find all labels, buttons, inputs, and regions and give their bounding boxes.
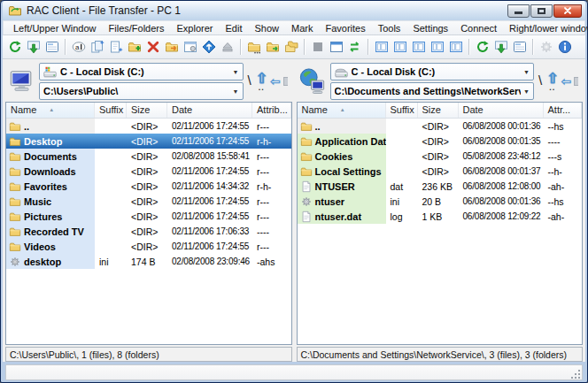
- refresh-button[interactable]: [5, 37, 24, 57]
- close-button[interactable]: [553, 4, 582, 18]
- drive-selector-right[interactable]: C - Local Disk (C:)▼: [330, 63, 535, 80]
- forward-button-clipped[interactable]: [283, 77, 288, 86]
- parent-dir-button-left[interactable]: ⇧..: [255, 72, 268, 92]
- column-header-attrib[interactable]: Attrib...: [252, 103, 291, 118]
- info-button[interactable]: [555, 37, 574, 57]
- chevron-down-icon[interactable]: ▼: [521, 83, 532, 99]
- chevron-down-icon[interactable]: ▼: [521, 64, 532, 80]
- delete-button[interactable]: [143, 37, 162, 57]
- back-button-right[interactable]: ⇦: [561, 74, 572, 88]
- file-date: 06/08/2008 00:01:37: [459, 166, 544, 176]
- layout-5-button[interactable]: [446, 37, 465, 57]
- column-header-suffix[interactable]: Suffix: [386, 103, 418, 118]
- file-row[interactable]: ..<DIR>02/11/2006 17:24:55r---: [6, 119, 291, 134]
- minimize-button[interactable]: [507, 4, 530, 18]
- drive-selector-left[interactable]: C - Local Disk (C:)▼: [39, 63, 244, 80]
- menu-item-left-upper-window[interactable]: Left/Upper Window: [7, 22, 103, 34]
- refresh-lower-button[interactable]: [473, 37, 491, 57]
- refresh-icon: [8, 40, 22, 54]
- menu-item-files-folders[interactable]: Files/Folders: [103, 22, 171, 34]
- transfer-button[interactable]: [199, 37, 218, 57]
- parent-dir-button-right[interactable]: ⇧..: [545, 72, 559, 92]
- column-header-name[interactable]: Name▲: [298, 103, 386, 118]
- maximize-button[interactable]: [530, 4, 553, 18]
- view-form-button[interactable]: [43, 37, 61, 57]
- properties-button[interactable]: [181, 37, 199, 57]
- folder-go-button[interactable]: [263, 37, 282, 57]
- transfer-from-lower-button[interactable]: [491, 37, 510, 57]
- folder-icon: [9, 241, 21, 253]
- title-bar[interactable]: RAC Client - File Transfer - PC 1: [3, 1, 585, 20]
- column-header-size[interactable]: Size: [418, 103, 459, 118]
- copy-button[interactable]: [88, 37, 106, 57]
- menu-item-right-lower-window[interactable]: Right/lower window: [503, 22, 588, 34]
- column-header-label: Size: [131, 104, 150, 115]
- folders-button[interactable]: [282, 37, 300, 57]
- file-row[interactable]: Pictures<DIR>02/11/2006 17:24:55r---: [6, 209, 291, 224]
- root-dir-button-left[interactable]: \: [246, 73, 253, 88]
- layout-4-icon: [430, 40, 445, 54]
- file-row[interactable]: Recorded TV<DIR>02/11/2006 17:06:33----: [6, 224, 291, 239]
- file-row[interactable]: Documents<DIR>02/08/2008 15:58:41r---: [6, 149, 291, 164]
- menu-item-favorites[interactable]: Favorites: [319, 22, 371, 34]
- menu-item-tools[interactable]: Tools: [372, 22, 407, 34]
- drive-selector-value: C - Local Disk (C:): [60, 66, 230, 77]
- file-row[interactable]: Videos<DIR>02/11/2006 17:24:55r---: [6, 239, 291, 254]
- view-form-lower-button[interactable]: [510, 37, 529, 57]
- new-folder-button[interactable]: [125, 37, 143, 57]
- folder-history-button[interactable]: [244, 37, 263, 57]
- menu-item-settings[interactable]: Settings: [406, 22, 454, 34]
- file-row[interactable]: ntuser.datlog1 KB06/08/2008 12:09:22-ah-: [298, 209, 583, 224]
- file-row[interactable]: Cookies<DIR>05/08/2008 23:48:12---s: [298, 149, 583, 164]
- column-header-attr[interactable]: Attr...: [544, 103, 583, 118]
- pack-folder-icon: [165, 40, 179, 54]
- stop-button[interactable]: [308, 37, 327, 57]
- back-button-left[interactable]: ⇦: [270, 74, 281, 88]
- file-row[interactable]: desktopini174 B02/08/2008 23:09:46-ahs: [6, 254, 291, 269]
- layout-4-button[interactable]: [428, 37, 446, 57]
- local-computer-button[interactable]: [6, 68, 36, 95]
- menu-item-connect[interactable]: Connect: [454, 22, 503, 34]
- menu-item-explorer[interactable]: Explorer: [171, 22, 220, 34]
- layout-3-button[interactable]: [409, 37, 428, 57]
- menu-item-mark[interactable]: Mark: [285, 22, 319, 34]
- root-dir-button-right[interactable]: \: [537, 73, 544, 88]
- path-input-right[interactable]: C:\Documents and Settings\NetworkService…: [330, 82, 535, 100]
- menu-item-edit[interactable]: Edit: [219, 22, 248, 34]
- file-row[interactable]: Desktop<DIR>02/11/2006 17:24:55r-h-: [6, 134, 291, 149]
- layout-1-button[interactable]: [372, 37, 391, 57]
- file-suffix: ini: [95, 257, 127, 267]
- window-button[interactable]: [327, 37, 345, 57]
- file-row[interactable]: ntuserini20 B06/08/2008 00:01:36--hs: [298, 194, 583, 209]
- file-row[interactable]: Favorites<DIR>02/11/2006 14:34:32r-h-: [6, 179, 291, 194]
- column-header-size[interactable]: Size: [127, 103, 167, 118]
- file-row[interactable]: NTUSERdat236 KB06/08/2008 12:08:00-ah-: [298, 179, 583, 194]
- file-size: 20 B: [418, 196, 459, 207]
- page-file-icon: [300, 180, 313, 193]
- resize-grip[interactable]: [571, 369, 581, 379]
- column-header-date[interactable]: Date: [167, 103, 252, 118]
- remote-computer-button[interactable]: [298, 68, 328, 95]
- column-header-suffix[interactable]: Suffix: [95, 103, 127, 118]
- eject-button[interactable]: [218, 37, 236, 57]
- paste-button[interactable]: [106, 37, 125, 57]
- file-row[interactable]: Downloads<DIR>02/11/2006 17:24:55r---: [6, 164, 291, 179]
- transfer-from-remote-button[interactable]: [24, 37, 43, 57]
- forward-button-clipped[interactable]: [574, 77, 578, 86]
- chevron-down-icon[interactable]: ▼: [230, 83, 242, 99]
- path-input-left[interactable]: C:\Users\Public\▼: [39, 82, 244, 100]
- rename-button[interactable]: [69, 37, 88, 57]
- chevron-down-icon[interactable]: ▼: [230, 64, 242, 80]
- file-row[interactable]: Music<DIR>02/11/2006 17:24:55r---: [6, 194, 291, 209]
- pane-left: C - Local Disk (C:)▼C:\Users\Public\▼\⇧.…: [5, 62, 292, 362]
- menu-item-show[interactable]: Show: [248, 22, 285, 34]
- swap-panes-button[interactable]: [345, 37, 364, 57]
- file-row[interactable]: ..<DIR>06/08/2008 00:01:36--hs: [298, 119, 583, 134]
- pack-folder-button[interactable]: [162, 37, 181, 57]
- file-row[interactable]: Local Settings<DIR>06/08/2008 00:01:37--…: [298, 164, 583, 179]
- column-header-date[interactable]: Date: [459, 103, 544, 118]
- file-row[interactable]: Application Data<DIR>06/08/2008 00:01:35…: [298, 134, 583, 149]
- settings-gear-button[interactable]: [537, 37, 555, 57]
- column-header-name[interactable]: Name▲: [6, 103, 95, 118]
- layout-2-button[interactable]: [391, 37, 409, 57]
